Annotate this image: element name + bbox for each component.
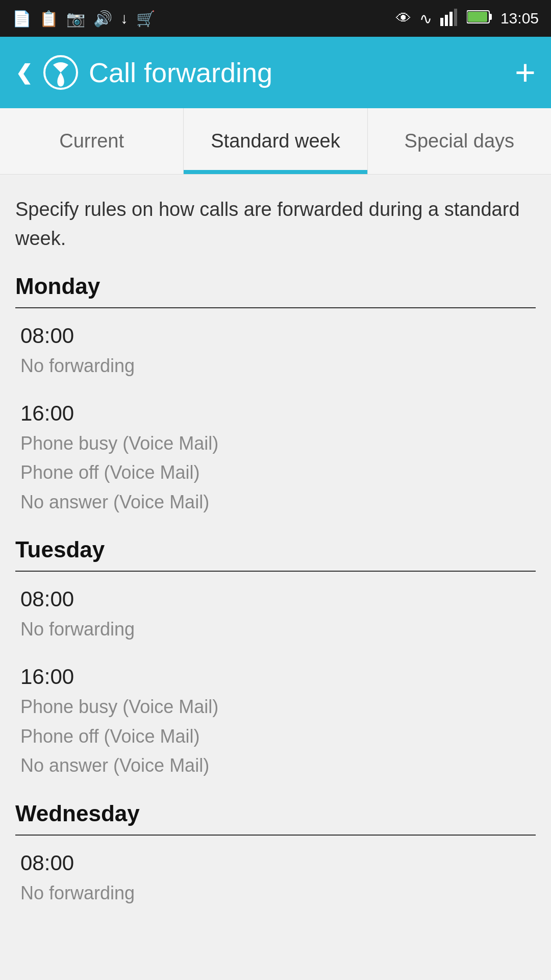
day-section-wednesday: Wednesday 08:00 No forwarding [15, 801, 536, 908]
app-logo [43, 55, 79, 90]
app-bar: ❮ Call forwarding + [0, 37, 551, 108]
tab-current[interactable]: Current [0, 108, 184, 174]
app-title: Call forwarding [89, 57, 272, 88]
add-button[interactable]: + [515, 55, 536, 90]
forwarding-rule: No forwarding [20, 878, 536, 908]
battery-icon [467, 10, 492, 28]
day-section-tuesday: Tuesday 08:00 No forwarding 16:00 Phone … [15, 537, 536, 780]
download-icon: ↓ [120, 10, 128, 27]
svg-rect-1 [445, 15, 448, 26]
file-icon: 📄 [12, 10, 31, 28]
forwarding-rule-off: Phone off (Voice Mail) [20, 458, 536, 487]
svg-rect-2 [449, 12, 453, 26]
svg-rect-3 [454, 9, 457, 26]
eye-icon: 👁 [396, 10, 411, 27]
wifi-icon: ∿ [419, 10, 432, 28]
time-block-wednesday-0800[interactable]: 08:00 No forwarding [15, 851, 536, 908]
day-header-tuesday: Tuesday [15, 537, 536, 572]
main-content: Specify rules on how calls are forwarded… [0, 175, 551, 948]
time-label: 16:00 [20, 665, 536, 689]
day-section-monday: Monday 08:00 No forwarding 16:00 Phone b… [15, 274, 536, 517]
time-block-tuesday-0800[interactable]: 08:00 No forwarding [15, 587, 536, 644]
forwarding-rule-off: Phone off (Voice Mail) [20, 722, 536, 751]
status-bar-right: 👁 ∿ 13:05 [396, 8, 539, 30]
status-bar: 📄 📋 📷 🔊 ↓ 🛒 👁 ∿ 13:05 [0, 0, 551, 37]
forwarding-rule-busy: Phone busy (Voice Mail) [20, 429, 536, 458]
tab-standard-week[interactable]: Standard week [184, 108, 367, 174]
day-header-monday: Monday [15, 274, 536, 308]
time-block-monday-1600[interactable]: 16:00 Phone busy (Voice Mail) Phone off … [15, 401, 536, 517]
time-label: 16:00 [20, 401, 536, 426]
tab-bar: Current Standard week Special days [0, 108, 551, 175]
tab-special-days[interactable]: Special days [368, 108, 551, 174]
clipboard-icon: 📋 [39, 10, 58, 28]
time-label: 08:00 [20, 587, 536, 611]
forwarding-rule-noanswer: No answer (Voice Mail) [20, 751, 536, 780]
time-block-monday-0800[interactable]: 08:00 No forwarding [15, 324, 536, 381]
time-block-tuesday-1600[interactable]: 16:00 Phone busy (Voice Mail) Phone off … [15, 665, 536, 780]
tablet-icon: 🔊 [93, 10, 112, 28]
day-header-wednesday: Wednesday [15, 801, 536, 836]
time-display: 13:05 [500, 10, 539, 27]
image-icon: 📷 [66, 10, 85, 28]
app-bar-left: ❮ Call forwarding [15, 55, 272, 90]
bag-icon: 🛒 [136, 10, 155, 28]
signal-icon [440, 8, 459, 30]
forwarding-rule-busy: Phone busy (Voice Mail) [20, 692, 536, 722]
forwarding-rule: No forwarding [20, 615, 536, 644]
time-label: 08:00 [20, 324, 536, 348]
svg-rect-6 [468, 12, 487, 22]
svg-rect-0 [440, 18, 443, 26]
time-label: 08:00 [20, 851, 536, 875]
description-text: Specify rules on how calls are forwarded… [15, 195, 536, 253]
svg-rect-5 [489, 14, 492, 20]
back-button[interactable]: ❮ [15, 61, 33, 84]
forwarding-rule: No forwarding [20, 351, 536, 381]
status-bar-icons: 📄 📋 📷 🔊 ↓ 🛒 [12, 10, 155, 28]
forwarding-rule-noanswer: No answer (Voice Mail) [20, 487, 536, 517]
